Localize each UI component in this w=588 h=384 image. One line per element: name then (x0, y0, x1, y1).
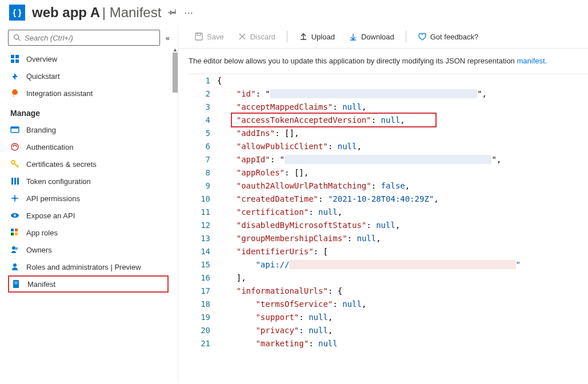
svg-point-22 (13, 263, 17, 267)
page-header: { } web app A | Manifest ⋯ (0, 0, 588, 25)
svg-point-0 (14, 35, 19, 39)
scroll-up-icon[interactable]: ▲ (173, 47, 178, 53)
approles-icon (10, 228, 19, 237)
manifest-doc-link[interactable]: manifest. (517, 57, 547, 65)
download-icon (349, 32, 358, 41)
sidebar: « ▲ Overview Quickstart Integration assi… (0, 25, 178, 382)
sidebar-item-label: Roles and administrators | Preview (26, 263, 166, 271)
sidebar-item-label: App roles (26, 229, 166, 237)
sidebar-item-label: Overview (26, 55, 166, 63)
search-icon (13, 34, 21, 42)
json-editor[interactable]: 123456789101112131415161718192021 { "id"… (189, 74, 588, 382)
sidebar-item-certificates[interactable]: Certificates & secrets (0, 155, 177, 173)
sidebar-item-label: Manifest (27, 280, 165, 289)
sidebar-nav: Overview Quickstart Integration assistan… (0, 50, 178, 382)
expose-icon (10, 211, 19, 220)
sidebar-item-expose-api[interactable]: Expose an API (0, 207, 177, 224)
svg-rect-2 (11, 55, 14, 58)
token-icon (10, 177, 19, 186)
svg-rect-12 (17, 178, 19, 185)
code-content[interactable]: { "id": "xxxxxxxxxxxxxxxxxxxxxxxxxxxxxxx… (217, 74, 588, 382)
svg-point-13 (14, 197, 16, 199)
svg-rect-4 (11, 59, 14, 63)
svg-point-20 (12, 246, 15, 250)
toolbar-separator (287, 31, 287, 42)
sidebar-item-integration[interactable]: Integration assistant (0, 85, 177, 102)
line-gutter: 123456789101112131415161718192021 (189, 74, 217, 382)
rocket-icon (10, 89, 19, 98)
collapse-sidebar-icon[interactable]: « (166, 34, 170, 42)
auth-icon (10, 142, 19, 151)
sidebar-item-label: Owners (26, 246, 166, 254)
search-input[interactable] (8, 30, 160, 46)
scrollbar-thumb[interactable] (173, 53, 178, 93)
svg-rect-17 (15, 229, 18, 231)
description-text: The editor below allows you to update th… (178, 49, 588, 74)
pin-icon[interactable] (168, 7, 177, 18)
sidebar-item-quickstart[interactable]: Quickstart (0, 67, 177, 85)
sidebar-item-token-config[interactable]: Token configuration (0, 173, 177, 190)
search-field[interactable] (25, 34, 155, 42)
download-button[interactable]: Download (343, 30, 400, 43)
overview-icon (10, 54, 19, 63)
sidebar-item-label: Branding (26, 126, 166, 134)
owners-icon (10, 245, 19, 254)
svg-rect-19 (15, 233, 18, 235)
sidebar-item-label: Quickstart (26, 72, 166, 81)
discard-button[interactable]: Discard (232, 30, 281, 43)
quickstart-icon (10, 71, 19, 81)
svg-rect-10 (11, 178, 13, 185)
sidebar-item-roles-admins[interactable]: Roles and administrators | Preview (0, 258, 177, 275)
svg-rect-16 (11, 229, 14, 231)
svg-rect-27 (197, 33, 201, 35)
save-icon (194, 32, 203, 41)
svg-line-1 (18, 39, 21, 41)
app-icon: { } (9, 5, 25, 21)
discard-icon (238, 32, 247, 41)
svg-rect-18 (11, 233, 14, 235)
branding-icon (10, 125, 19, 134)
upload-icon (299, 32, 308, 41)
upload-button[interactable]: Upload (293, 30, 341, 43)
api-perm-icon (10, 194, 19, 203)
roles-icon (10, 262, 19, 271)
svg-rect-24 (14, 282, 18, 282)
sidebar-item-label: Certificates & secrets (26, 160, 166, 169)
svg-point-15 (14, 214, 16, 217)
svg-point-21 (15, 247, 18, 250)
svg-rect-11 (14, 178, 16, 185)
sidebar-item-app-roles[interactable]: App roles (0, 224, 177, 241)
sidebar-item-label: Integration assistant (26, 89, 166, 98)
save-button[interactable]: Save (189, 30, 230, 43)
sidebar-item-branding[interactable]: Branding (0, 121, 177, 138)
page-title: web app A | Manifest (32, 5, 161, 21)
sidebar-item-label: Token configuration (26, 177, 166, 186)
sidebar-item-label: Authentication (26, 143, 166, 151)
svg-rect-25 (14, 283, 18, 284)
nav-section-manage: Manage (0, 102, 177, 121)
more-icon[interactable]: ⋯ (184, 7, 193, 18)
sidebar-item-overview[interactable]: Overview (0, 50, 177, 67)
sidebar-item-label: API permissions (26, 194, 166, 203)
svg-rect-7 (11, 127, 19, 129)
feedback-button[interactable]: Got feedback? (412, 30, 485, 43)
key-icon (10, 159, 19, 169)
sidebar-item-label: Expose an API (26, 211, 166, 220)
svg-rect-5 (15, 59, 19, 63)
manifest-icon (11, 279, 21, 289)
toolbar: Save Discard Upload Download Got feedbac… (178, 25, 588, 49)
sidebar-item-api-permissions[interactable]: API permissions (0, 190, 177, 207)
toolbar-separator (406, 31, 406, 42)
svg-point-8 (11, 143, 18, 150)
sidebar-item-authentication[interactable]: Authentication (0, 138, 177, 155)
sidebar-item-owners[interactable]: Owners (0, 241, 177, 258)
svg-rect-26 (195, 33, 202, 40)
sidebar-item-manifest[interactable]: Manifest (8, 275, 169, 293)
svg-rect-3 (15, 55, 19, 58)
main-content: Save Discard Upload Download Got feedbac… (178, 25, 588, 382)
heart-icon (418, 32, 427, 41)
